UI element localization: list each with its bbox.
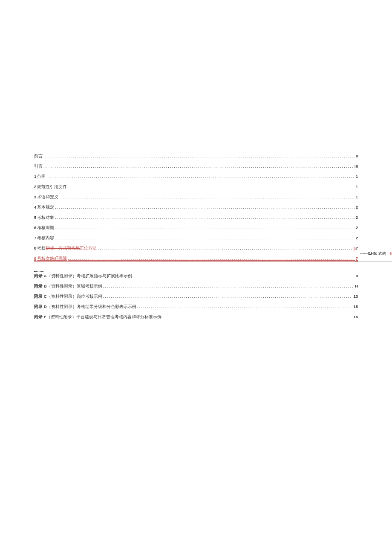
- toc-entry-foreword: 前言 II: [34, 154, 358, 159]
- toc-label: 2规范性引用文件: [34, 184, 67, 190]
- toc-page: §7: [353, 246, 358, 250]
- toc-leader-dots: [98, 246, 352, 250]
- toc-leader-dots: [55, 215, 355, 220]
- toc-page: III: [355, 164, 358, 169]
- toc-page: H: [355, 284, 358, 288]
- toc-label: 附录 B（资料性附录）区域考核示例: [34, 284, 102, 289]
- toc-entry-5: 5考核对象 2: [34, 215, 358, 221]
- toc-entry-appendix-c: 附录 C（资料性附录）岗位考核示例 13: [34, 294, 358, 299]
- toc-page: 2: [356, 235, 358, 240]
- dotted-fragment: [34, 267, 358, 272]
- toc-entry-9: 9号核次施叮保障 7: [34, 256, 358, 262]
- toc-label: 附录 C（资料性附录）岗位考核示例: [34, 294, 102, 299]
- toc-page: 15: [353, 304, 358, 309]
- toc-entry-2: 2规范性引用文件 1: [34, 184, 358, 190]
- toc-leader-dots: [55, 225, 355, 230]
- revision-balloon: ------I1Hfc 式的：目录 I.段落间距段前：3.9 硚, 段后：: [360, 251, 392, 256]
- toc-entry-6: 6考核周期 2: [34, 225, 358, 231]
- toc-label-revised: 9号核次施叮保障: [34, 256, 67, 262]
- toc-entry-appendix-d: 附录 D（资料性附录）考核结果分级和分色彩表示示例 15: [34, 304, 358, 310]
- toc-leader-dots: [46, 174, 355, 179]
- toc-page: 13: [353, 294, 358, 299]
- toc-container: 前言 II 引言 III 1范围 1 2规范性引用文件 1 3术语和定义 1 4…: [0, 0, 358, 320]
- toc-entry-appendix-b: 附录 B（资料性附录）区域考核示例 H: [34, 284, 358, 289]
- toc-leader-dots: [55, 235, 355, 240]
- toc-leader-dots: [137, 304, 353, 309]
- toc-label: 3术语和定义: [34, 195, 58, 200]
- toc-entry-appendix-a: 附录 A（资料性附录）考核扩展指标与扩展比率示例 9: [34, 273, 358, 279]
- toc-label: 4基本规定: [34, 205, 54, 210]
- toc-leader-dots: [43, 154, 355, 158]
- toc-page: 2: [356, 215, 358, 220]
- toc-leader-dots: [133, 273, 355, 278]
- toc-label: 引言: [34, 164, 43, 169]
- toc-label: 前言: [34, 154, 43, 159]
- toc-page: 1: [356, 174, 358, 179]
- toc-entry-intro: 引言 III: [34, 164, 358, 169]
- toc-label: 附录 E（资料性附录）平台建设与日常管理考核内容和评分标准示例: [34, 314, 161, 320]
- toc-entry-4: 4基本规定 2: [34, 205, 358, 210]
- toc-entry-3: 3术语和定义 1: [34, 195, 358, 200]
- toc-entry-appendix-e: 附录 E（资料性附录）平台建设与日常管理考核内容和评分标准示例 16: [34, 314, 358, 320]
- toc-leader-dots: [103, 284, 355, 288]
- toc-entry-8: 8考核指标、方式和实施正位方法 §7: [34, 246, 358, 251]
- toc-leader-dots: [68, 256, 355, 261]
- toc-page: 1: [356, 184, 358, 189]
- toc-label: 附录 A（资料性附录）考核扩展指标与扩展比率示例: [34, 273, 132, 279]
- toc-leader-dots: [162, 314, 352, 319]
- toc-page: 9: [356, 273, 358, 278]
- toc-leader-dots: [43, 164, 354, 169]
- toc-page: II: [356, 154, 358, 158]
- leader-line: ------: [360, 251, 368, 256]
- toc-entry-1: 1范围 1: [34, 174, 358, 180]
- toc-page: 2: [356, 225, 358, 230]
- toc-label: 5考核对象: [34, 215, 54, 221]
- toc-page: 1: [356, 195, 358, 199]
- toc-label: 8考核指标、方式和实施正位方法: [34, 246, 97, 251]
- toc-leader-dots: [68, 184, 355, 189]
- toc-label: 6考核周期: [34, 225, 54, 231]
- toc-entry-7: 7考核内容 2: [34, 235, 358, 241]
- revision-inserted-text: 正位方法: [80, 246, 97, 250]
- toc-label: 1范围: [34, 174, 46, 180]
- toc-label: 附录 D（资料性附录）考核结果分级和分色彩表示示例: [34, 304, 136, 310]
- toc-label: 7考核内容: [34, 235, 54, 241]
- revision-spacing-note: ----------------------------------------…: [355, 258, 392, 264]
- toc-page: 2: [356, 205, 358, 209]
- toc-page: 16: [353, 314, 358, 319]
- revision-deleted-text: 指标、方式和实施: [46, 246, 80, 250]
- toc-leader-dots: [55, 205, 355, 209]
- toc-leader-dots: [103, 294, 353, 299]
- toc-leader-dots: [59, 195, 355, 199]
